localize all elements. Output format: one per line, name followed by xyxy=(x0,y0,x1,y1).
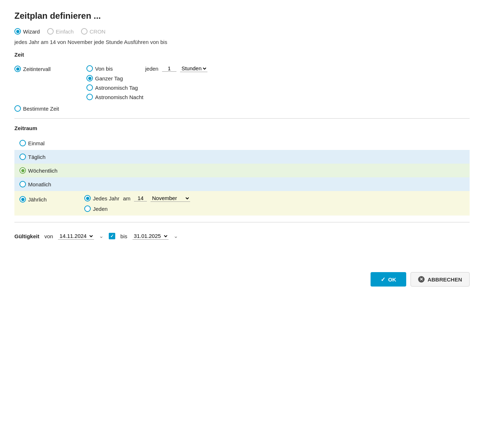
month-select[interactable]: November Januar Februar März April Mai J… xyxy=(151,195,190,202)
von-bis-row: Von bis jeden Stunden Minuten xyxy=(86,65,207,72)
astronomisch-tag-radio[interactable] xyxy=(86,84,93,91)
abbrechen-button[interactable]: ✕ ABBRECHEN xyxy=(411,272,470,287)
mode-wizard[interactable]: Wizard xyxy=(14,28,40,35)
ok-label: OK xyxy=(388,276,396,283)
zeit-sub-options: Von bis jeden Stunden Minuten Ganzer Tag xyxy=(79,63,207,102)
ganzer-tag-label: Ganzer Tag xyxy=(95,75,123,81)
jeden-label: Jeden xyxy=(93,206,108,212)
von-bis-radio[interactable] xyxy=(86,65,93,72)
jeden-radio[interactable] xyxy=(84,205,91,212)
jaehrlich-radio[interactable] xyxy=(19,196,26,203)
monatlich-label: Monatlich xyxy=(28,181,51,187)
von-bis-option[interactable]: Von bis xyxy=(86,65,113,72)
date-to-select[interactable]: 31.01.2025 xyxy=(133,232,169,240)
checkmark-icon: ✓ xyxy=(381,276,385,283)
mode-cron-radio[interactable] xyxy=(81,28,88,35)
summary-text: jedes Jahr am 14 von November jede Stund… xyxy=(14,39,470,45)
ganzer-tag-row: Ganzer Tag xyxy=(86,75,207,81)
einmal-label: Einmal xyxy=(28,140,45,146)
von-label: von xyxy=(44,233,53,239)
woechentlich-radio[interactable] xyxy=(19,167,26,174)
close-icon: ✕ xyxy=(418,276,425,283)
einmal-radio[interactable] xyxy=(19,140,26,146)
zeitintervall-radio[interactable] xyxy=(14,66,21,72)
einmal-row: Einmal xyxy=(14,136,470,150)
taeglich-row: Täglich xyxy=(14,150,470,164)
jedes-jahr-row: Jedes Jahr am November Januar Februar Mä… xyxy=(84,195,190,202)
mode-wizard-radio[interactable] xyxy=(14,28,21,35)
von-bis-label: Von bis xyxy=(95,66,113,72)
mode-wizard-label: Wizard xyxy=(23,28,40,35)
jeden-label: jeden xyxy=(145,66,158,72)
ok-button[interactable]: ✓ OK xyxy=(371,272,407,287)
taeglich-radio[interactable] xyxy=(19,154,26,160)
jeden-row: Jeden xyxy=(84,205,190,212)
bis-checkbox[interactable] xyxy=(109,233,115,239)
jeden-option[interactable]: Jeden xyxy=(84,205,108,212)
zeitraum-section: Zeitraum Einmal Täglich Wöchentlich Mona… xyxy=(14,125,470,216)
jaehrlich-option[interactable]: Jährlich xyxy=(19,195,77,203)
bestimmte-zeit-radio[interactable] xyxy=(14,105,21,112)
bestimmte-zeit-option[interactable]: Bestimmte Zeit xyxy=(14,105,59,112)
monatlich-option[interactable]: Monatlich xyxy=(19,181,51,187)
bestimmte-zeit-row: Bestimmte Zeit xyxy=(14,105,470,112)
ganzer-tag-option[interactable]: Ganzer Tag xyxy=(86,75,123,81)
gueltigkeit-label: Gültigkeit xyxy=(14,233,39,239)
einmal-option[interactable]: Einmal xyxy=(19,140,45,146)
gueltigkeit-row: Gültigkeit von 14.11.2024 ⌄ bis 31.01.20… xyxy=(14,229,470,243)
astronomisch-tag-option[interactable]: Astronomisch Tag xyxy=(86,84,138,91)
date-from-select[interactable]: 14.11.2024 xyxy=(58,232,94,240)
ganzer-tag-radio[interactable] xyxy=(86,75,93,81)
page-title: Zeitplan definieren ... xyxy=(14,11,470,21)
astronomisch-nacht-radio[interactable] xyxy=(86,94,93,100)
zeitintervall-label: Zeitintervall xyxy=(23,66,51,72)
abbrechen-label: ABBRECHEN xyxy=(427,276,462,283)
astronomisch-tag-row: Astronomisch Tag xyxy=(86,84,207,91)
jedes-jahr-radio[interactable] xyxy=(84,195,91,201)
zeit-section: Zeit Zeitintervall Von bis jeden Stunden… xyxy=(14,52,470,112)
woechentlich-label: Wöchentlich xyxy=(28,168,58,174)
interval-unit-select[interactable]: Stunden Minuten xyxy=(180,65,207,72)
mode-cron[interactable]: CRON xyxy=(81,28,106,35)
interval-value-input[interactable] xyxy=(162,65,176,72)
bis-label: bis xyxy=(120,233,127,239)
mode-einfach-radio[interactable] xyxy=(47,28,54,35)
woechentlich-option[interactable]: Wöchentlich xyxy=(19,167,58,174)
divider-1 xyxy=(14,118,470,119)
jedes-jahr-label: Jedes Jahr xyxy=(93,195,119,201)
mode-einfach[interactable]: Einfach xyxy=(47,28,74,35)
astronomisch-nacht-label: Astronomisch Nacht xyxy=(95,94,143,100)
chevron-down-icon-2: ⌄ xyxy=(174,233,178,239)
mode-einfach-label: Einfach xyxy=(56,28,74,35)
jaehrlich-row: Jährlich Jedes Jahr am November Januar F… xyxy=(14,191,470,216)
monatlich-row: Monatlich xyxy=(14,177,470,191)
chevron-down-icon: ⌄ xyxy=(99,233,104,239)
astronomisch-nacht-row: Astronomisch Nacht xyxy=(86,94,207,100)
zeitraum-title: Zeitraum xyxy=(14,125,470,131)
zeit-zeitintervall-row: Zeitintervall Von bis jeden Stunden Minu… xyxy=(14,63,470,102)
woechentlich-row: Wöchentlich xyxy=(14,164,470,177)
bestimmte-zeit-label: Bestimmte Zeit xyxy=(23,106,59,112)
divider-2 xyxy=(14,222,470,222)
mode-cron-label: CRON xyxy=(90,28,106,35)
jaehrlich-sub: Jedes Jahr am November Januar Februar Mä… xyxy=(84,195,190,212)
am-label: am xyxy=(123,195,130,201)
astronomisch-tag-label: Astronomisch Tag xyxy=(95,85,138,91)
astronomisch-nacht-option[interactable]: Astronomisch Nacht xyxy=(86,94,143,100)
zeit-title: Zeit xyxy=(14,52,470,58)
mode-selection: Wizard Einfach CRON xyxy=(14,28,470,35)
monatlich-radio[interactable] xyxy=(19,181,26,187)
taeglich-option[interactable]: Täglich xyxy=(19,154,45,160)
taeglich-label: Täglich xyxy=(28,154,45,160)
button-row: ✓ OK ✕ ABBRECHEN xyxy=(14,272,470,287)
day-input[interactable] xyxy=(134,195,147,201)
jedes-jahr-option[interactable]: Jedes Jahr xyxy=(84,195,119,201)
zeitintervall-option[interactable]: Zeitintervall xyxy=(14,66,51,72)
jaehrlich-label: Jährlich xyxy=(28,196,47,203)
